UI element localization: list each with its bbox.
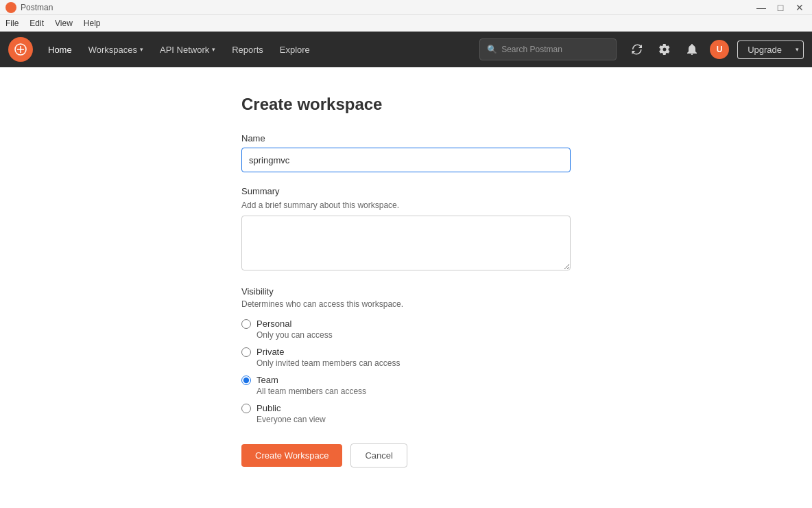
app-logo-icon [5,2,16,13]
nav-api-network[interactable]: API Network ▾ [153,41,222,59]
upgrade-button[interactable]: Upgrade [737,41,791,59]
notifications-icon[interactable] [682,40,702,59]
svg-point-0 [5,2,16,13]
name-field-group: Name [241,133,571,172]
team-label: Team [256,375,366,386]
visibility-public[interactable]: Public Everyone can view [241,403,571,424]
team-radio[interactable] [241,376,251,385]
public-desc: Everyone can view [256,415,326,424]
maximize-button[interactable]: □ [774,3,787,12]
form-actions: Create Workspace Cancel [241,443,571,467]
settings-icon[interactable] [655,40,674,59]
app-window: Postman — □ ✕ File Edit View Help Home W… [0,0,812,508]
workspaces-chevron-icon: ▾ [140,46,143,53]
personal-radio[interactable] [241,319,251,329]
public-radio[interactable] [241,404,251,413]
menu-bar: File Edit View Help [0,15,812,32]
nav-workspaces[interactable]: Workspaces ▾ [82,41,150,59]
visibility-team[interactable]: Team All team members can access [241,375,571,396]
nav-bar: Home Workspaces ▾ API Network ▾ Reports … [0,32,812,67]
avatar[interactable]: U [710,40,729,59]
upgrade-group: Upgrade ▾ [737,41,804,59]
summary-field-group: Summary Add a brief summary about this w… [241,186,571,273]
nav-explore[interactable]: Explore [273,41,317,59]
menu-file[interactable]: File [5,19,19,28]
create-workspace-button[interactable]: Create Workspace [241,444,342,467]
personal-desc: Only you can access [256,330,333,340]
visibility-desc: Determines who can access this workspace… [241,299,571,309]
summary-label: Summary [241,186,571,196]
close-button[interactable]: ✕ [793,3,807,12]
visibility-title: Visibility [241,286,571,297]
private-desc: Only invited team members can access [256,358,400,368]
summary-input[interactable] [241,216,571,270]
api-network-chevron-icon: ▾ [212,46,215,53]
private-label: Private [256,347,400,358]
title-bar: Postman — □ ✕ [0,0,812,15]
search-bar[interactable]: 🔍 Search Postman [479,38,617,60]
cancel-button[interactable]: Cancel [350,443,407,467]
postman-logo-icon [14,43,27,56]
team-desc: All team members can access [256,386,366,396]
public-label: Public [256,403,326,415]
name-input[interactable] [241,148,571,172]
menu-help[interactable]: Help [84,19,101,28]
menu-edit[interactable]: Edit [29,19,44,28]
summary-sublabel: Add a brief summary about this workspace… [241,200,571,210]
create-workspace-form: Create workspace Name Summary Add a brie… [241,95,571,481]
nav-right: U Upgrade ▾ [628,40,804,59]
form-title: Create workspace [241,95,571,114]
visibility-options: Personal Only you can access Private Onl… [241,319,571,424]
sync-icon[interactable] [628,40,647,59]
search-icon: 🔍 [487,45,497,54]
upgrade-chevron-icon[interactable]: ▾ [791,41,804,59]
personal-label: Personal [256,319,333,330]
postman-logo[interactable] [8,37,33,62]
visibility-private[interactable]: Private Only invited team members can ac… [241,347,571,368]
nav-reports[interactable]: Reports [225,41,270,59]
visibility-personal[interactable]: Personal Only you can access [241,319,571,340]
nav-home[interactable]: Home [41,41,79,59]
visibility-section: Visibility Determines who can access thi… [241,286,571,424]
minimize-button[interactable]: — [754,3,768,12]
title-bar-text: Postman [21,3,754,12]
private-radio[interactable] [241,347,251,357]
menu-view[interactable]: View [55,19,73,28]
window-controls: — □ ✕ [754,3,807,12]
nav-links: Home Workspaces ▾ API Network ▾ Reports … [41,41,479,59]
search-placeholder: Search Postman [501,45,562,54]
main-content: Create workspace Name Summary Add a brie… [0,67,812,508]
name-label: Name [241,133,571,143]
